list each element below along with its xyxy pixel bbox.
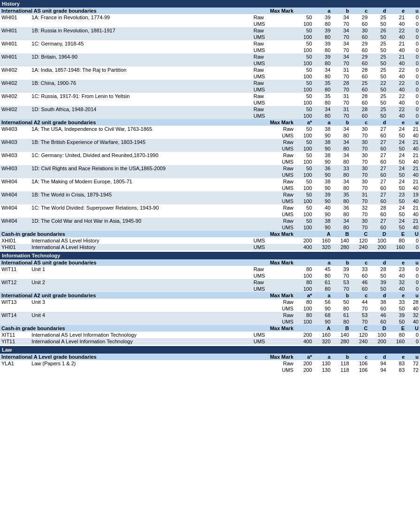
table-row: UMS 100 80 70 60 50 40 0 bbox=[0, 286, 420, 292]
table-row: WHI04 1C: The World Divided: Superpower … bbox=[0, 204, 420, 211]
table-row: UMS 100 90 80 70 60 50 40 bbox=[0, 132, 420, 139]
table-row: WIT11 Unit 1 Raw 80 45 39 33 28 23 0 bbox=[0, 266, 420, 272]
subsection-header: International A2 unit grade boundaries M… bbox=[0, 119, 420, 126]
table-row: UMS 100 80 70 60 50 40 0 bbox=[0, 60, 420, 67]
table-row: YLA1 Law (Papers 1 & 2) Raw 200 130 118 … bbox=[0, 360, 420, 367]
table-row: WHI02 1B: China, 1900-76 Raw 50 35 28 25… bbox=[0, 80, 420, 86]
table-row: WHI02 1D: South Africa, 1948-2014 Raw 50… bbox=[0, 106, 420, 113]
section-header: History bbox=[0, 0, 420, 8]
table-row: WHI01 1D: Britain, 1964-90 Raw 50 39 34 … bbox=[0, 53, 420, 60]
table-row: WHI01 1C: Germany, 1918-45 Raw 50 39 34 … bbox=[0, 40, 420, 47]
table-row: UMS 100 90 80 70 60 50 40 bbox=[0, 158, 420, 165]
table-row: WHI04 1A: The Making of Modern Europe, 1… bbox=[0, 178, 420, 185]
table-row: UMS 100 80 70 60 50 40 0 bbox=[0, 86, 420, 93]
table-row: UMS 100 80 70 60 50 40 0 bbox=[0, 21, 420, 27]
subsection-header: International A2 unit grade boundaries M… bbox=[0, 292, 420, 299]
subsection-header: International AS unit grade boundaries M… bbox=[0, 8, 420, 14]
table-row: UMS 100 90 80 70 60 50 40 bbox=[0, 224, 420, 231]
table-row: UMS 100 90 80 70 60 50 40 bbox=[0, 145, 420, 152]
table-row: WIT13 Unit 3 Raw 80 56 50 44 38 33 28 bbox=[0, 299, 420, 305]
table-row: UMS 100 90 80 70 60 50 40 bbox=[0, 318, 420, 325]
table-row: YIT11 International A Level Information … bbox=[0, 338, 420, 345]
section-header: Law bbox=[0, 346, 420, 354]
table-row: UMS 100 80 70 60 50 40 0 bbox=[0, 99, 420, 106]
table-row: UMS 100 80 70 60 50 40 0 bbox=[0, 47, 420, 53]
grade-boundaries-table: History International AS unit grade boun… bbox=[0, 0, 420, 373]
section-header: Information Technology bbox=[0, 252, 420, 259]
table-row: WHI02 1A: India, 1857-1948: The Raj to P… bbox=[0, 67, 420, 73]
table-row: UMS 100 90 80 70 60 50 40 bbox=[0, 172, 420, 178]
table-row: UMS 100 90 80 70 60 50 40 bbox=[0, 211, 420, 218]
table-row: WHI04 1D: The Cold War and Hot War in As… bbox=[0, 218, 420, 224]
table-row: UMS 100 90 80 70 60 50 40 bbox=[0, 198, 420, 204]
table-row: UMS 200 130 118 106 94 83 72 bbox=[0, 367, 420, 373]
table-row: UMS 100 90 80 70 60 50 40 bbox=[0, 305, 420, 312]
table-row: WIT12 Unit 2 Raw 80 61 53 46 39 32 0 bbox=[0, 279, 420, 286]
table-row: WIT14 Unit 4 Raw 80 68 61 53 46 39 32 bbox=[0, 312, 420, 318]
table-row: WHI03 1D: Civil Rights and Race Relation… bbox=[0, 165, 420, 172]
table-row: WHI03 1B: The British Experience of Warf… bbox=[0, 139, 420, 145]
subsection-header: International A Level grade boundaries M… bbox=[0, 354, 420, 360]
table-row: UMS 100 80 70 60 50 40 0 bbox=[0, 113, 420, 119]
subsection-header: Cash-in grade boundaries Max Mark A B C … bbox=[0, 325, 420, 332]
subsection-header: Cash-in grade boundaries Max Mark A B C … bbox=[0, 231, 420, 237]
table-row: YHI01 International A Level History UMS … bbox=[0, 244, 420, 250]
table-row: UMS 100 80 70 60 50 40 0 bbox=[0, 34, 420, 40]
table-row: UMS 100 80 70 60 50 40 0 bbox=[0, 73, 420, 80]
table-row: UMS 100 90 80 70 60 50 40 bbox=[0, 185, 420, 191]
table-row: XIT11 International AS Level Information… bbox=[0, 332, 420, 338]
table-row: WHI03 1A: The USA, Independence to Civil… bbox=[0, 126, 420, 132]
table-row: WHI01 1B: Russia in Revolution, 1881-191… bbox=[0, 27, 420, 34]
table-row: WHI02 1C: Russia, 1917-91: From Lenin to… bbox=[0, 93, 420, 99]
subsection-header: International AS unit grade boundaries M… bbox=[0, 259, 420, 266]
table-row: XHI01 International AS Level History UMS… bbox=[0, 237, 420, 244]
table-row: WHI04 1B: The World in Crisis, 1879-1945… bbox=[0, 191, 420, 198]
table-row: WHI01 1A: France in Revolution, 1774-99 … bbox=[0, 14, 420, 21]
table-row: UMS 100 80 70 60 50 40 0 bbox=[0, 272, 420, 279]
table-row: WHI03 1C: Germany: United, Divided and R… bbox=[0, 152, 420, 158]
